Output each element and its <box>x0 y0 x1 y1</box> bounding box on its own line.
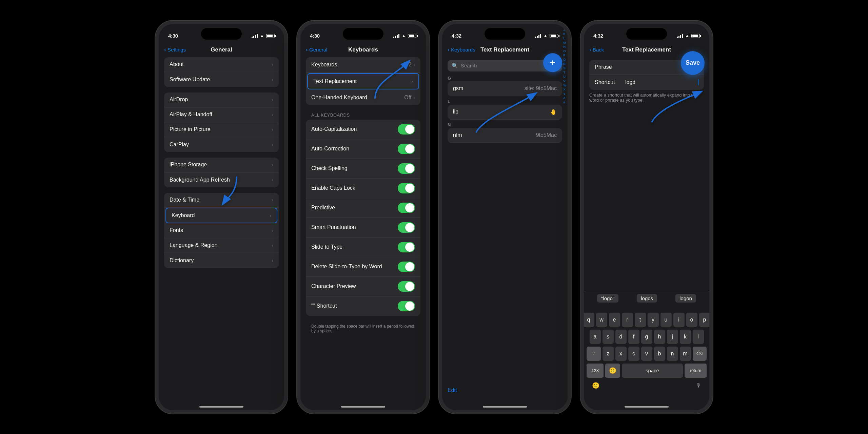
key-e[interactable]: e <box>609 313 620 327</box>
suggestion-logo-quotes[interactable]: "logo" <box>597 294 618 303</box>
smart-punct-toggle[interactable] <box>398 222 415 233</box>
key-h[interactable]: h <box>654 330 665 344</box>
key-f[interactable]: f <box>628 330 639 344</box>
nfm-shortcut: nfm <box>453 132 462 138</box>
text-replacement-item[interactable]: Text Replacement › <box>307 73 419 89</box>
nav-back-1[interactable]: ‹ Settings <box>164 46 186 53</box>
key-l[interactable]: l <box>693 330 704 344</box>
nav-back-3[interactable]: ‹ Keyboards <box>448 46 475 53</box>
nfm-item[interactable]: nfm 9to5Mac <box>448 128 562 143</box>
status-time-3: 4:32 <box>452 33 461 39</box>
settings-item-carplay[interactable]: CarPlay › <box>164 137 279 152</box>
settings-item-bg-refresh[interactable]: Background App Refresh › <box>164 172 279 187</box>
settings-item-software-update[interactable]: Software Update › <box>164 72 279 87</box>
key-delete[interactable]: ⌫ <box>693 347 707 361</box>
one-handed-item[interactable]: One-Handed Keyboard Off › <box>306 90 420 105</box>
shortcut-row[interactable]: Shortcut logd <box>589 75 704 90</box>
save-button[interactable]: Save <box>681 51 705 75</box>
key-space[interactable]: space <box>622 364 683 378</box>
key-x[interactable]: x <box>615 347 627 361</box>
caps-lock-item[interactable]: Enable Caps Lock <box>306 179 420 198</box>
delete-slide-item[interactable]: Delete Slide-to-Type by Word <box>306 257 420 277</box>
key-y[interactable]: y <box>648 313 659 327</box>
keyboards-item[interactable]: Keyboards 2 › <box>306 57 420 73</box>
back-label-1[interactable]: Settings <box>167 47 186 53</box>
key-j[interactable]: j <box>667 330 678 344</box>
suggestion-logon[interactable]: logon <box>675 294 696 303</box>
key-m[interactable]: m <box>680 347 691 361</box>
settings-item-pip[interactable]: Picture in Picture › <box>164 122 279 137</box>
keyboard-row-3: ⇧ z x c v b n m ⌫ <box>587 347 707 361</box>
settings-item-language[interactable]: Language & Region › <box>164 238 279 253</box>
settings-item-airdrop[interactable]: AirDrop › <box>164 92 279 107</box>
key-g[interactable]: g <box>641 330 652 344</box>
char-preview-item[interactable]: Character Preview <box>306 277 420 296</box>
check-spelling-toggle[interactable] <box>398 163 415 174</box>
settings-item-iphone-storage[interactable]: iPhone Storage › <box>164 158 279 172</box>
key-k[interactable]: k <box>680 330 691 344</box>
key-r[interactable]: r <box>622 313 633 327</box>
auto-cap-toggle[interactable] <box>398 124 415 135</box>
key-i[interactable]: i <box>673 313 685 327</box>
slide-type-toggle[interactable] <box>398 242 415 252</box>
nav-back-2[interactable]: ‹ General <box>306 46 327 53</box>
key-shift[interactable]: ⇧ <box>587 347 601 361</box>
key-u[interactable]: u <box>660 313 672 327</box>
settings-item-dictionary[interactable]: Dictionary › <box>164 253 279 268</box>
suggestion-logos[interactable]: logos <box>637 294 657 303</box>
keyboards-chevron: › <box>413 62 415 67</box>
llp-item[interactable]: llp 🤚 <box>448 105 562 120</box>
key-z[interactable]: z <box>603 347 614 361</box>
settings-item-about[interactable]: About › <box>164 57 279 72</box>
char-preview-toggle[interactable] <box>398 281 415 292</box>
auto-correct-item[interactable]: Auto-Correction <box>306 139 420 159</box>
delete-slide-toggle[interactable] <box>398 262 415 272</box>
key-q[interactable]: q <box>583 313 594 327</box>
shortcut-item[interactable]: "" Shortcut <box>306 296 420 316</box>
predictive-toggle[interactable] <box>398 203 415 213</box>
key-n[interactable]: n <box>667 347 678 361</box>
check-spelling-item[interactable]: Check Spelling <box>306 159 420 179</box>
key-t[interactable]: t <box>635 313 646 327</box>
shortcut-toggle[interactable] <box>398 301 415 311</box>
key-a[interactable]: a <box>590 330 601 344</box>
nav-back-4[interactable]: ‹ Back <box>589 46 604 53</box>
key-emoji[interactable]: 🙂 <box>605 364 620 378</box>
key-123[interactable]: 123 <box>587 364 604 378</box>
fonts-chevron: › <box>272 228 273 233</box>
mic-keyboard-icon[interactable]: 🎙 <box>696 383 701 389</box>
edit-button[interactable]: Edit <box>448 387 457 393</box>
back-label-4[interactable]: Back <box>593 47 604 53</box>
settings-item-datetime[interactable]: Date & Time › <box>164 193 279 208</box>
settings-list-1: About › Software Update › AirDrop › AirP… <box>159 57 284 273</box>
slide-type-item[interactable]: Slide to Type <box>306 237 420 257</box>
settings-item-airplay[interactable]: AirPlay & Handoff › <box>164 107 279 122</box>
back-label-2[interactable]: General <box>309 47 327 53</box>
emoji-icon[interactable]: 🙂 <box>592 382 599 389</box>
key-return[interactable]: return <box>685 364 707 378</box>
gsm-item[interactable]: gsm site: 9to5Mac <box>448 81 562 96</box>
key-c[interactable]: c <box>628 347 639 361</box>
caps-lock-toggle[interactable] <box>398 183 415 193</box>
back-label-3[interactable]: Keyboards <box>451 47 475 53</box>
plus-button[interactable]: + <box>543 53 562 72</box>
pip-chevron: › <box>272 127 273 132</box>
settings-item-fonts[interactable]: Fonts › <box>164 223 279 238</box>
signal-bar <box>255 35 256 38</box>
key-w[interactable]: w <box>596 313 607 327</box>
key-o[interactable]: o <box>686 313 697 327</box>
battery-fill-2 <box>409 35 414 37</box>
airplay-chevron: › <box>272 112 273 117</box>
phone-3: 4:32 ▲ ‹ Keyboards Text Replacement <box>439 21 571 414</box>
key-v[interactable]: v <box>641 347 652 361</box>
auto-correct-toggle[interactable] <box>398 144 415 154</box>
signal-bar <box>252 37 253 38</box>
auto-cap-item[interactable]: Auto-Capitalization <box>306 120 420 139</box>
key-d[interactable]: d <box>615 330 627 344</box>
smart-punct-item[interactable]: Smart Punctuation <box>306 218 420 237</box>
key-s[interactable]: s <box>603 330 614 344</box>
key-p[interactable]: p <box>699 313 710 327</box>
predictive-item[interactable]: Predictive <box>306 198 420 218</box>
settings-item-keyboard[interactable]: Keyboard › <box>165 208 277 223</box>
key-b[interactable]: b <box>654 347 665 361</box>
